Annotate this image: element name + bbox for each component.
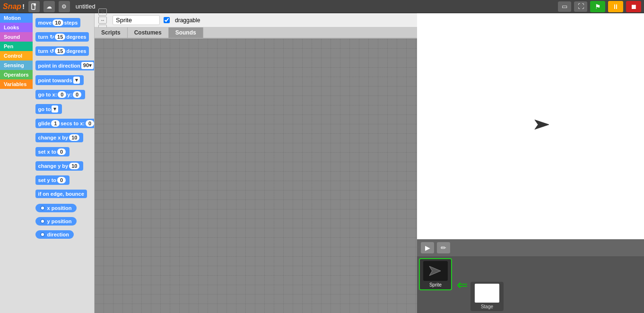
stage-arrow-button[interactable]: ▶ bbox=[421, 242, 434, 253]
stage-sprite-icon bbox=[532, 118, 551, 135]
left-panel: Motion Looks Sound Pen Control Sensing O… bbox=[0, 13, 95, 313]
small-screen-button[interactable]: ▭ bbox=[558, 1, 571, 12]
blocks-panel: move 10 steps turn ↻ 15 degrees turn ↺ 1… bbox=[33, 13, 95, 313]
report-dot bbox=[40, 206, 45, 210]
script-canvas[interactable] bbox=[95, 39, 417, 313]
y-position-block[interactable]: y position bbox=[35, 217, 77, 226]
block-y-position: y position bbox=[35, 216, 91, 226]
stop-button[interactable]: ⏹ bbox=[626, 1, 641, 12]
category-control[interactable]: Control bbox=[0, 51, 33, 61]
block-point-direction: point in direction 90▾ bbox=[35, 60, 91, 71]
x-position-block[interactable]: x position bbox=[35, 204, 77, 212]
pause-button[interactable]: ⏸ bbox=[608, 1, 623, 12]
draggable-label: draggable bbox=[175, 17, 200, 24]
gear-button[interactable]: ⚙ bbox=[59, 1, 70, 12]
category-operators[interactable]: Operators bbox=[0, 70, 33, 79]
change-x-value[interactable]: 10 bbox=[69, 134, 79, 141]
script-tabs: Scripts Costumes Sounds bbox=[95, 27, 417, 39]
block-go-to: go to ▾ bbox=[35, 103, 91, 115]
block-set-y: set y to 0 bbox=[35, 174, 91, 186]
stage-thumbnail[interactable]: Stage bbox=[470, 282, 504, 311]
block-turn-ccw: turn ↺ 15 degrees bbox=[35, 45, 91, 57]
stage-panel: ▶ ✏ Sprite ⇐ Stage bbox=[417, 13, 644, 313]
block-change-y: change y by 10 bbox=[35, 160, 91, 172]
rotate-button[interactable]: ↻ bbox=[98, 9, 107, 16]
glide-secs[interactable]: 1 bbox=[51, 120, 60, 127]
block-bounce: if on edge, bounce bbox=[35, 189, 91, 199]
turn-ccw-value[interactable]: 15 bbox=[55, 48, 65, 54]
fullscreen-button[interactable]: ⛶ bbox=[574, 1, 587, 12]
page-title: untitled bbox=[76, 3, 96, 10]
sprites-panel: Sprite ⇐ Stage bbox=[417, 256, 644, 313]
report-dot bbox=[40, 232, 45, 237]
svg-marker-3 bbox=[429, 266, 441, 276]
script-area-wrapper: ↻ ↔ → draggable Scripts Costumes Sounds bbox=[95, 13, 417, 313]
sprite-header: ↻ ↔ → draggable bbox=[95, 13, 417, 27]
category-column: Motion Looks Sound Pen Control Sensing O… bbox=[0, 13, 33, 313]
turn-cw-block[interactable]: turn ↻ 15 degrees bbox=[35, 32, 89, 42]
draggable-checkbox[interactable] bbox=[164, 17, 170, 23]
app-logo: Snap! bbox=[3, 2, 25, 11]
turn-cw-value[interactable]: 15 bbox=[55, 34, 65, 40]
category-motion[interactable]: Motion bbox=[0, 13, 33, 23]
stage-thumb-image bbox=[475, 284, 499, 303]
file-button[interactable] bbox=[28, 1, 40, 12]
set-y-value[interactable]: 0 bbox=[57, 177, 66, 183]
change-y-value[interactable]: 10 bbox=[69, 163, 79, 169]
sprite-thumb-image bbox=[423, 261, 448, 281]
stage-pencil-button[interactable]: ✏ bbox=[437, 242, 450, 253]
set-x-value[interactable]: 0 bbox=[57, 148, 66, 155]
tab-sounds[interactable]: Sounds bbox=[169, 27, 203, 38]
set-x-block[interactable]: set x to 0 bbox=[35, 147, 70, 156]
block-glide: glide 1 secs to x: 0 y: 0 bbox=[35, 118, 91, 129]
block-go-to-xy: go to x: 0 y: 0 bbox=[35, 89, 91, 100]
point-direction-block[interactable]: point in direction 90▾ bbox=[35, 61, 95, 70]
cloud-button[interactable]: ☁ bbox=[44, 1, 55, 12]
glide-block[interactable]: glide 1 secs to x: 0 y: 0 bbox=[35, 119, 95, 128]
green-arrow-indicator: ⇐ bbox=[457, 277, 468, 293]
go-y-value[interactable]: 0 bbox=[73, 91, 81, 98]
point-towards-block[interactable]: point towards ▾ bbox=[35, 75, 84, 85]
go-x-value[interactable]: 0 bbox=[58, 91, 66, 98]
block-change-x: change x by 10 bbox=[35, 132, 91, 143]
direction-block[interactable]: direction bbox=[35, 230, 74, 239]
towards-dropdown[interactable]: ▾ bbox=[73, 77, 80, 84]
block-turn-cw: turn ↻ 15 degrees bbox=[35, 31, 91, 43]
stage-controls: ▶ ✏ bbox=[417, 239, 644, 256]
category-pen[interactable]: Pen bbox=[0, 42, 33, 51]
tab-scripts[interactable]: Scripts bbox=[95, 27, 128, 38]
category-looks[interactable]: Looks bbox=[0, 23, 33, 32]
go-to-xy-block[interactable]: go to x: 0 y: 0 bbox=[35, 90, 86, 99]
go-to-dropdown[interactable]: ▾ bbox=[52, 105, 58, 113]
go-to-block[interactable]: go to ▾ bbox=[35, 104, 62, 114]
category-variables[interactable]: Variables bbox=[0, 79, 33, 89]
sprite-thumb-label: Sprite bbox=[429, 282, 442, 287]
category-sound[interactable]: Sound bbox=[0, 32, 33, 42]
block-x-position: x position bbox=[35, 203, 91, 213]
report-dot bbox=[40, 219, 45, 224]
change-x-block[interactable]: change x by 10 bbox=[35, 133, 84, 142]
block-set-x: set x to 0 bbox=[35, 146, 91, 157]
sprite-name-input[interactable] bbox=[113, 15, 160, 25]
direction-dropdown[interactable]: 90▾ bbox=[81, 62, 94, 69]
tab-costumes[interactable]: Costumes bbox=[128, 27, 169, 38]
top-right-controls: ▭ ⛶ ⚑ ⏸ ⏹ bbox=[558, 1, 641, 12]
stage-canvas bbox=[417, 13, 644, 239]
bounce-block[interactable]: if on edge, bounce bbox=[35, 190, 87, 198]
left-right-button[interactable]: ↔ bbox=[98, 17, 107, 24]
category-sensing[interactable]: Sensing bbox=[0, 61, 33, 70]
glide-x[interactable]: 0 bbox=[86, 120, 94, 127]
green-flag-button[interactable]: ⚑ bbox=[590, 1, 605, 12]
turn-ccw-block[interactable]: turn ↺ 15 degrees bbox=[35, 46, 89, 56]
topbar: Snap! ☁ ⚙ untitled ▭ ⛶ ⚑ ⏸ ⏹ bbox=[0, 0, 644, 13]
move-block[interactable]: move 10 steps bbox=[35, 18, 81, 27]
move-value[interactable]: 10 bbox=[52, 19, 63, 26]
block-direction: direction bbox=[35, 229, 91, 240]
change-y-block[interactable]: change y by 10 bbox=[35, 161, 84, 171]
sprite-thumbnail[interactable]: Sprite bbox=[419, 258, 452, 290]
block-move: move 10 steps bbox=[35, 17, 91, 28]
main-area: Motion Looks Sound Pen Control Sensing O… bbox=[0, 13, 644, 313]
set-y-block[interactable]: set y to 0 bbox=[35, 175, 70, 185]
stage-thumb-label: Stage bbox=[481, 304, 493, 309]
blocks-list: move 10 steps turn ↻ 15 degrees turn ↺ 1… bbox=[35, 15, 92, 242]
